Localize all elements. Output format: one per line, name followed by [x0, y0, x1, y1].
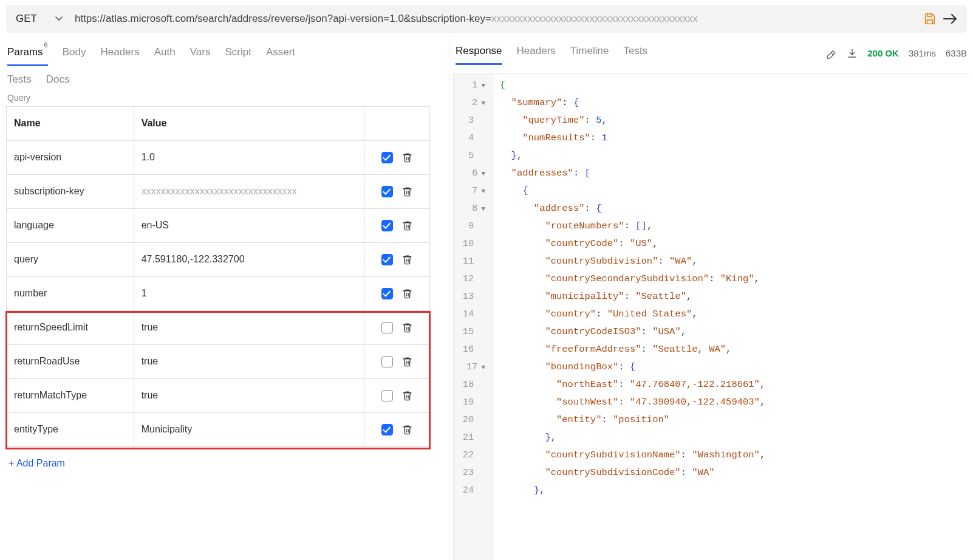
- url-ghost-text: xxxxxxxxxxxxxxxxxxxxxxxxxxxxxxxxxxxxxxxx: [491, 13, 698, 24]
- param-name[interactable]: returnSpeedLimit: [7, 310, 134, 344]
- tab-headers[interactable]: Headers: [100, 43, 139, 64]
- table-row: number1: [7, 276, 430, 310]
- param-value[interactable]: true: [134, 310, 364, 344]
- subtab-tests[interactable]: Tests: [7, 73, 32, 86]
- param-value[interactable]: en-US: [134, 208, 364, 242]
- tab-timeline[interactable]: Timeline: [570, 41, 609, 65]
- response-body: 1▼2▼3 4 5 6▼7▼8▼9 10 11 12 13 14 15 16 1…: [453, 73, 969, 560]
- param-toggle-checkbox[interactable]: [381, 220, 393, 231]
- code-gutter: 1▼2▼3 4 5 6▼7▼8▼9 10 11 12 13 14 15 16 1…: [454, 74, 494, 560]
- time-text: 381ms: [909, 48, 936, 58]
- param-toggle-checkbox[interactable]: [381, 390, 393, 401]
- request-tab-bar: Params6 Body Headers Auth Vars Script As…: [6, 38, 443, 66]
- tab-response[interactable]: Response: [456, 41, 502, 65]
- param-name[interactable]: returnMatchType: [7, 378, 134, 412]
- param-name[interactable]: subscription-key: [7, 174, 134, 208]
- tab-auth[interactable]: Auth: [154, 43, 176, 64]
- request-subtab-bar: Tests Docs: [6, 66, 443, 90]
- param-name[interactable]: returnRoadUse: [7, 344, 134, 378]
- clear-icon[interactable]: [826, 48, 837, 59]
- response-tab-bar: Response Headers Timeline Tests: [456, 41, 811, 65]
- table-row: languageen-US: [7, 208, 430, 242]
- code-content[interactable]: { "summary": { "queryTime": 5, "numResul…: [494, 74, 765, 560]
- add-param-button[interactable]: + Add Param: [6, 447, 443, 480]
- param-name[interactable]: query: [7, 242, 134, 276]
- param-value[interactable]: 47.591180,-122.332700: [134, 242, 364, 276]
- query-section-label: Query: [6, 90, 443, 106]
- trash-icon[interactable]: [401, 186, 413, 197]
- param-value[interactable]: true: [134, 378, 364, 412]
- table-row: query47.591180,-122.332700: [7, 242, 430, 276]
- url-text: https://atlas.microsoft.com/search/addre…: [75, 13, 491, 24]
- param-name[interactable]: language: [7, 208, 134, 242]
- request-pane: Params6 Body Headers Auth Vars Script As…: [0, 38, 449, 560]
- response-pane: Response Headers Timeline Tests 200 OK 3…: [449, 38, 973, 560]
- param-toggle-checkbox[interactable]: [381, 288, 393, 299]
- trash-icon[interactable]: [401, 356, 413, 367]
- param-toggle-checkbox[interactable]: [381, 424, 393, 435]
- tab-response-tests[interactable]: Tests: [623, 41, 647, 65]
- tab-assert[interactable]: Assert: [266, 43, 295, 64]
- trash-icon[interactable]: [401, 220, 413, 231]
- param-value[interactable]: Municipality: [134, 412, 364, 446]
- param-value[interactable]: 1.0: [134, 140, 364, 174]
- param-name[interactable]: api-version: [7, 140, 134, 174]
- url-bar: GET https://atlas.microsoft.com/search/a…: [6, 5, 967, 33]
- table-row: returnSpeedLimittrue: [7, 310, 430, 344]
- send-button[interactable]: [940, 9, 961, 29]
- param-toggle-checkbox[interactable]: [381, 152, 393, 163]
- table-row: returnRoadUsetrue: [7, 344, 430, 378]
- col-header-value: Value: [134, 106, 364, 140]
- col-header-actions: [364, 106, 430, 140]
- table-row: entityTypeMunicipality: [7, 412, 430, 446]
- trash-icon[interactable]: [401, 424, 413, 435]
- tab-params[interactable]: Params6: [7, 41, 48, 66]
- table-row: returnMatchTypetrue: [7, 378, 430, 412]
- param-value[interactable]: true: [134, 344, 364, 378]
- param-toggle-checkbox[interactable]: [381, 322, 393, 333]
- url-input[interactable]: https://atlas.microsoft.com/search/addre…: [67, 13, 920, 25]
- col-header-name: Name: [7, 106, 134, 140]
- save-button[interactable]: [920, 9, 940, 29]
- param-value[interactable]: 1: [134, 276, 364, 310]
- download-icon[interactable]: [847, 48, 858, 59]
- status-text: 200 OK: [867, 48, 899, 58]
- param-name[interactable]: entityType: [7, 412, 134, 446]
- chevron-down-icon: [55, 16, 63, 21]
- size-text: 633B: [946, 48, 967, 58]
- tab-response-headers[interactable]: Headers: [517, 41, 556, 65]
- param-value[interactable]: xxxxxxxxxxxxxxxxxxxxxxxxxxxxxxxx: [134, 174, 364, 208]
- tab-script[interactable]: Script: [225, 43, 251, 64]
- trash-icon[interactable]: [401, 152, 413, 163]
- trash-icon[interactable]: [401, 288, 413, 299]
- param-name[interactable]: number: [7, 276, 134, 310]
- param-toggle-checkbox[interactable]: [381, 356, 393, 367]
- response-meta: 200 OK 381ms 633B: [826, 48, 967, 59]
- table-row: api-version1.0: [7, 140, 430, 174]
- trash-icon[interactable]: [401, 322, 413, 333]
- trash-icon[interactable]: [401, 390, 413, 401]
- params-count-badge: 6: [44, 41, 48, 49]
- params-table: Name Value api-version1.0subscription-ke…: [6, 106, 430, 447]
- param-toggle-checkbox[interactable]: [381, 186, 393, 197]
- subtab-docs[interactable]: Docs: [46, 73, 70, 86]
- trash-icon[interactable]: [401, 254, 413, 265]
- tab-vars[interactable]: Vars: [190, 43, 211, 64]
- table-row: subscription-keyxxxxxxxxxxxxxxxxxxxxxxxx…: [7, 174, 430, 208]
- method-label: GET: [16, 13, 37, 25]
- method-dropdown[interactable]: GET: [12, 13, 67, 25]
- tab-body[interactable]: Body: [63, 43, 86, 64]
- param-toggle-checkbox[interactable]: [381, 254, 393, 265]
